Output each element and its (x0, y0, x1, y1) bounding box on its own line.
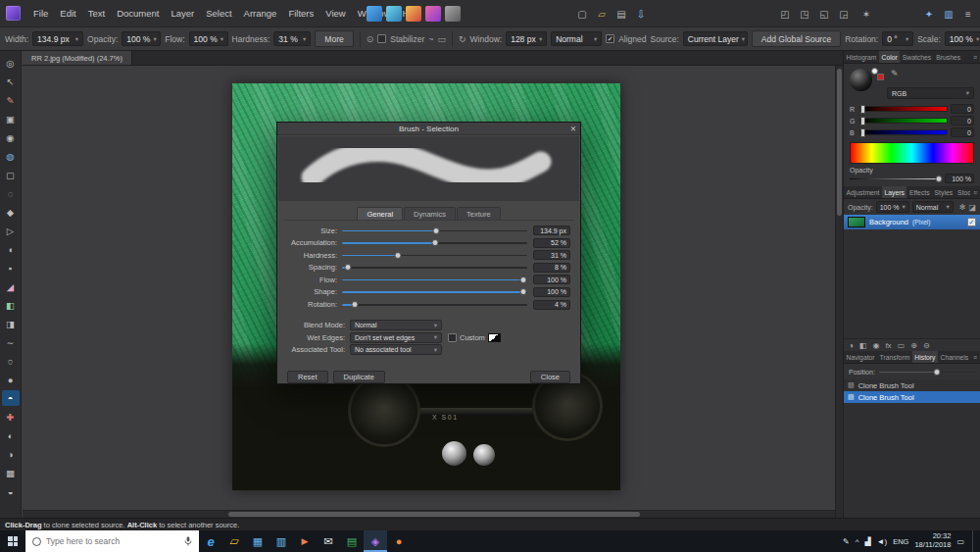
layer-visibility-checkbox[interactable]: ✓ (967, 218, 976, 226)
tray-expand-icon[interactable]: ^ (856, 537, 859, 546)
dodge-brush-tool[interactable]: ◐ (2, 427, 20, 443)
color-picker-icon[interactable]: ✎ (891, 69, 899, 78)
burn-brush-tool[interactable]: ◑ (2, 446, 20, 462)
panel-menu-icon[interactable]: ≡ (970, 351, 980, 363)
menu-item[interactable]: Filters (282, 0, 319, 27)
panel-menu-icon[interactable]: ≡ (970, 186, 980, 198)
history-item[interactable]: ▨ Clone Brush Tool (844, 379, 980, 391)
delete-layer-icon[interactable]: ⊖ (923, 341, 930, 350)
channel-knob[interactable] (860, 117, 865, 125)
opacity-input[interactable]: 100 %▾ (122, 31, 161, 46)
layers-blend-select[interactable]: Normal▾ (912, 201, 954, 213)
menu-item[interactable]: Text (82, 0, 111, 27)
menu-item[interactable]: Layer (165, 0, 200, 27)
browser-icon[interactable]: ● (387, 530, 411, 552)
hardness-input[interactable]: 31 %▾ (273, 31, 311, 46)
move-forward-icon[interactable]: ◳ (797, 6, 812, 22)
panel-tab[interactable]: Layers (882, 186, 906, 198)
pen-tool[interactable]: ◆ (2, 204, 20, 220)
menu-item[interactable]: Document (111, 0, 165, 27)
width-input[interactable]: 134.9 px▾ (32, 31, 83, 46)
slider[interactable] (342, 226, 527, 235)
gradient-tool[interactable]: ◨ (2, 316, 20, 331)
dialog-title-bar[interactable]: Brush - Selection ✕ (277, 123, 580, 135)
flood-fill-tool[interactable]: ◧ (2, 297, 20, 313)
channel-knob[interactable] (860, 105, 865, 114)
vertical-scrollbar[interactable] (835, 66, 843, 518)
volume-icon[interactable]: ◄) (877, 537, 888, 546)
opacity-slider[interactable] (850, 174, 942, 183)
panel-tab[interactable]: Effects (906, 186, 932, 198)
layers-opacity-select[interactable]: 100 %▾ (876, 201, 909, 213)
slider[interactable] (342, 238, 527, 248)
show-desktop-button[interactable] (972, 530, 976, 552)
channel-slider[interactable] (859, 106, 948, 112)
blur-tool[interactable]: ○ (2, 353, 20, 369)
slider-knob[interactable] (394, 252, 401, 259)
window-stabilizer-icon[interactable]: ▭ (438, 34, 447, 44)
slider-value[interactable]: 134.9 px (533, 226, 570, 235)
erase-brush-tool[interactable]: ◢ (2, 278, 20, 294)
close-button[interactable]: Close (530, 371, 570, 383)
slider[interactable] (342, 287, 527, 297)
channel-slider[interactable] (859, 129, 948, 135)
save-document-icon[interactable]: ▤ (613, 6, 629, 22)
marquee-select-tool[interactable]: ▢ (2, 167, 20, 182)
menu-item[interactable]: Edit (54, 0, 81, 27)
duplicate-button[interactable]: Duplicate (333, 371, 385, 383)
lasso-select-tool[interactable]: ◌ (2, 185, 20, 201)
flow-input[interactable]: 100 %▾ (189, 31, 228, 46)
associated-tool-select[interactable]: No associated tool▾ (350, 344, 442, 355)
zoom-tool[interactable]: ◒ (2, 483, 20, 499)
taskbar-clock[interactable]: 20:32 18/11/2018 (914, 532, 951, 549)
menu-item[interactable]: View (319, 0, 351, 27)
store-icon[interactable]: ▥ (270, 530, 293, 552)
movies-icon[interactable]: ▶ (293, 530, 317, 552)
panel-tab[interactable]: Stock (956, 186, 970, 198)
panel-tab[interactable]: Brushes (934, 51, 963, 63)
fx-icon[interactable]: fx (885, 341, 891, 350)
primary-color-swatch[interactable] (877, 74, 884, 80)
sync-icon[interactable]: ↻ (459, 34, 466, 44)
document-tab[interactable]: RR 2.jpg (Modified) (24.7%) (23, 51, 132, 65)
add-global-source-button[interactable]: Add Global Source (752, 30, 841, 47)
start-button[interactable] (0, 530, 25, 552)
panel-tab[interactable]: Channels (938, 351, 970, 363)
color-picker-tool[interactable]: ✎ (2, 92, 20, 108)
layer-row-background[interactable]: Background (Pixel) ✓ (844, 215, 980, 229)
group-icon[interactable]: ▭ (898, 341, 906, 350)
channel-value[interactable]: 0 (951, 104, 974, 114)
slider[interactable] (342, 250, 527, 260)
custom-profile-swatch[interactable] (488, 333, 501, 342)
color-spectrum-bar[interactable] (850, 142, 974, 164)
menu-item[interactable]: File (27, 0, 54, 27)
photos-icon[interactable]: ▦ (246, 530, 270, 552)
mask-icon[interactable]: ◧ (859, 341, 867, 350)
pen-icon[interactable]: ✎ (843, 537, 850, 546)
pixel-tool[interactable]: ▪ (2, 260, 20, 276)
window-input[interactable]: 128 px▾ (506, 31, 547, 46)
opacity-value[interactable]: 100 % (945, 174, 974, 183)
panel-tab[interactable]: Swatches (900, 51, 933, 63)
dialog-tab[interactable]: Texture (457, 207, 501, 221)
menu-item[interactable]: Select (200, 0, 237, 27)
channel-knob[interactable] (860, 128, 865, 137)
panel-tab[interactable]: Transform (877, 351, 912, 363)
canvas-area[interactable]: X S01 Brush - Selection ✕ GeneralDynamic… (23, 66, 843, 518)
live-filter-icon[interactable]: ◉ (872, 341, 879, 350)
slider-value[interactable]: 100 % (533, 275, 570, 284)
slider-knob[interactable] (352, 301, 359, 308)
network-icon[interactable]: ▟ (864, 537, 870, 546)
rope-stabilizer-icon[interactable]: ~ (428, 34, 433, 44)
panel-tab[interactable]: Adjustment (844, 186, 882, 198)
blend-mode-select[interactable]: Normal▾ (551, 31, 602, 46)
snapping-icon[interactable]: ✶ (858, 6, 874, 22)
panel-tab[interactable]: Color (879, 51, 900, 63)
panel-tab[interactable]: Navigator (844, 351, 877, 363)
panel-tab[interactable]: History (912, 351, 938, 363)
excel-icon[interactable]: ▤ (340, 530, 364, 552)
menu-item[interactable]: Arrange (238, 0, 283, 27)
aligned-checkbox[interactable]: ✓ (606, 34, 614, 43)
slider-knob[interactable] (344, 264, 351, 271)
history-item[interactable]: ▨ Clone Brush Tool (844, 391, 980, 403)
